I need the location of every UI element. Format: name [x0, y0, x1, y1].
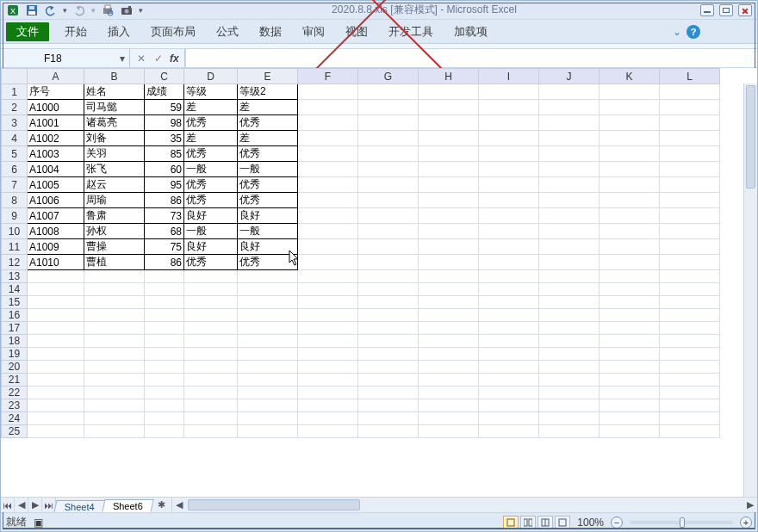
cell[interactable]: [298, 348, 358, 361]
cell[interactable]: [358, 146, 419, 162]
sheet-tab[interactable]: Sheet6: [102, 499, 153, 512]
cell[interactable]: [184, 425, 238, 438]
cell[interactable]: 差: [184, 131, 238, 146]
cell[interactable]: [28, 309, 84, 322]
cell[interactable]: 59: [145, 100, 184, 115]
cell[interactable]: [298, 115, 358, 131]
cell[interactable]: A1008: [28, 224, 84, 239]
column-header[interactable]: L: [660, 69, 720, 84]
cell[interactable]: [419, 374, 479, 387]
cell[interactable]: 良好: [184, 208, 238, 224]
cell[interactable]: [84, 399, 145, 412]
cell[interactable]: [84, 322, 145, 335]
cell[interactable]: 曹植: [84, 255, 145, 270]
cell[interactable]: [145, 270, 184, 283]
cell[interactable]: 鲁肃: [84, 208, 145, 224]
cell[interactable]: [479, 224, 539, 239]
column-header[interactable]: I: [479, 69, 539, 84]
workbook-restore-button[interactable]: [723, 27, 735, 37]
cell[interactable]: A1003: [28, 146, 84, 162]
cell[interactable]: [660, 255, 720, 270]
row-header[interactable]: 25: [2, 425, 28, 438]
cell[interactable]: [84, 335, 145, 348]
cell[interactable]: [184, 309, 238, 322]
cell[interactable]: [238, 387, 298, 399]
cell[interactable]: [479, 296, 539, 309]
cell[interactable]: [238, 412, 298, 425]
cell[interactable]: [184, 387, 238, 399]
cell[interactable]: [298, 84, 358, 100]
cell[interactable]: [238, 374, 298, 387]
row-header[interactable]: 24: [2, 412, 28, 425]
row-header[interactable]: 23: [2, 399, 28, 412]
row-header[interactable]: 8: [2, 193, 28, 208]
cell[interactable]: [419, 361, 479, 374]
cell[interactable]: [539, 309, 600, 322]
cell[interactable]: [358, 335, 419, 348]
cell[interactable]: 等级2: [238, 84, 298, 100]
cell[interactable]: [479, 193, 539, 208]
cell[interactable]: [358, 162, 419, 177]
row-header[interactable]: 5: [2, 146, 28, 162]
cell[interactable]: [238, 309, 298, 322]
cell[interactable]: [419, 309, 479, 322]
cell[interactable]: 刘备: [84, 131, 145, 146]
cell[interactable]: 优秀: [184, 255, 238, 270]
column-header[interactable]: C: [145, 69, 184, 84]
cell[interactable]: [419, 412, 479, 425]
cell[interactable]: 司马懿: [84, 100, 145, 115]
cell[interactable]: [660, 361, 720, 374]
cell[interactable]: [358, 115, 419, 131]
cell[interactable]: [539, 399, 600, 412]
cell[interactable]: [600, 425, 660, 438]
cell[interactable]: [358, 131, 419, 146]
cell[interactable]: 一般: [184, 162, 238, 177]
cell[interactable]: [600, 224, 660, 239]
cell[interactable]: [419, 193, 479, 208]
cell[interactable]: [358, 283, 419, 296]
cell[interactable]: [539, 322, 600, 335]
cell[interactable]: [145, 309, 184, 322]
cell[interactable]: [145, 425, 184, 438]
row-header[interactable]: 15: [2, 296, 28, 309]
cell[interactable]: 诸葛亮: [84, 115, 145, 131]
row-header[interactable]: 10: [2, 224, 28, 239]
cell[interactable]: 赵云: [84, 177, 145, 193]
cell[interactable]: A1004: [28, 162, 84, 177]
row-header[interactable]: 22: [2, 387, 28, 399]
cell[interactable]: [600, 335, 660, 348]
cell[interactable]: [28, 399, 84, 412]
cell[interactable]: [298, 177, 358, 193]
cell[interactable]: [28, 425, 84, 438]
cell[interactable]: [419, 296, 479, 309]
cell[interactable]: [660, 146, 720, 162]
cell[interactable]: [600, 193, 660, 208]
cell[interactable]: [479, 361, 539, 374]
sheet-nav-prev-icon[interactable]: ◀: [15, 498, 28, 512]
cell[interactable]: [600, 208, 660, 224]
cell[interactable]: [660, 115, 720, 131]
cell[interactable]: [539, 100, 600, 115]
cell[interactable]: [479, 412, 539, 425]
cell[interactable]: [600, 146, 660, 162]
cell[interactable]: [84, 296, 145, 309]
cell[interactable]: [145, 399, 184, 412]
cell[interactable]: [539, 239, 600, 255]
cell[interactable]: 优秀: [238, 177, 298, 193]
cell[interactable]: [358, 84, 419, 100]
cell[interactable]: [28, 283, 84, 296]
cell[interactable]: 60: [145, 162, 184, 177]
cell[interactable]: 一般: [238, 224, 298, 239]
cell[interactable]: [419, 335, 479, 348]
cell[interactable]: 85: [145, 146, 184, 162]
cell[interactable]: [28, 322, 84, 335]
cell[interactable]: [298, 100, 358, 115]
cell[interactable]: [539, 361, 600, 374]
cell[interactable]: [298, 399, 358, 412]
cell[interactable]: [298, 146, 358, 162]
cell[interactable]: [419, 84, 479, 100]
cell[interactable]: [419, 224, 479, 239]
zoom-slider[interactable]: [630, 521, 733, 524]
cell[interactable]: 优秀: [184, 193, 238, 208]
cell[interactable]: [600, 270, 660, 283]
